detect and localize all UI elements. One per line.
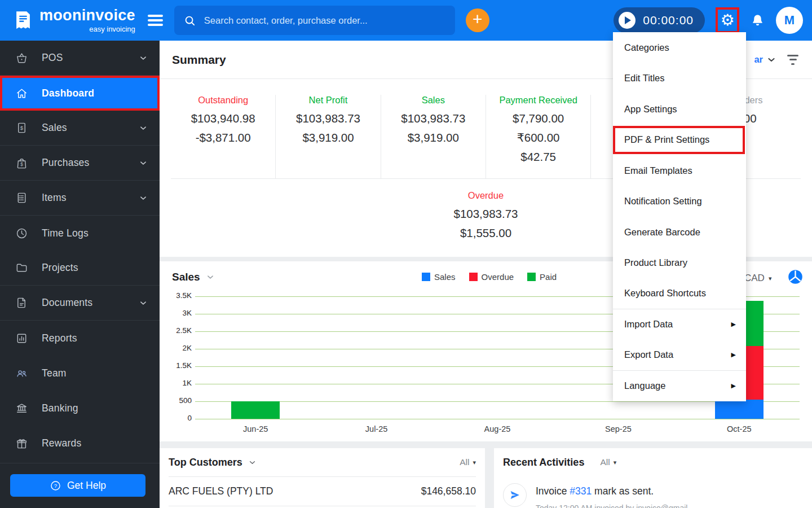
menu-item-generate-barcode[interactable]: Generate Barcode — [613, 217, 746, 248]
moon-invoice-dashboard: mooninvoice easy invoicing + 00:00:00 ⚙ — [0, 0, 812, 508]
sidebar-item-label: Items — [42, 192, 138, 204]
customer-row[interactable]: ARC FUELS (PTY) LTD$146,658.10 — [169, 477, 476, 506]
y-axis-tick: 1K — [162, 379, 192, 387]
global-search — [174, 6, 455, 35]
search-input[interactable] — [203, 15, 446, 27]
y-axis-tick: 3.5K — [162, 291, 192, 300]
legend-label: Paid — [540, 272, 557, 282]
timer-widget[interactable]: 00:00:00 — [614, 7, 705, 33]
sidebar-item-items[interactable]: Items — [0, 181, 160, 216]
menu-item-label: Product Library — [624, 257, 687, 268]
pie-chart-toggle-button[interactable] — [787, 268, 804, 286]
menu-item-label: App Settings — [624, 104, 677, 115]
sidebar-nav: POSDashboard$Sales$PurchasesItemsTime Lo… — [0, 41, 160, 461]
gridline — [195, 419, 800, 419]
sales-doc-icon: $ — [15, 121, 28, 135]
brand-tagline: easy invoicing — [39, 25, 135, 33]
legend-label: Overdue — [482, 272, 514, 282]
sidebar-item-sales[interactable]: $Sales — [0, 111, 160, 146]
y-axis-tick: 1.5K — [162, 361, 192, 370]
home-icon — [15, 86, 28, 100]
chevron-down-icon[interactable] — [248, 458, 257, 467]
menu-item-categories[interactable]: Categories — [613, 32, 746, 63]
stat-label: Payment Received — [488, 95, 588, 106]
settings-annotation-box: ⚙ — [716, 7, 739, 33]
customer-amount: $146,658.10 — [421, 485, 476, 497]
recent-activities-panel: Recent Activities All ▾ Invoice #331 mar… — [494, 448, 812, 508]
settings-dropdown-menu: CategoriesEdit TitlesApp SettingsPDF & P… — [613, 32, 746, 401]
menu-item-edit-titles[interactable]: Edit Titles — [613, 63, 746, 94]
menu-item-label: Notification Setting — [624, 196, 702, 207]
sidebar-item-reports[interactable]: Reports — [0, 321, 160, 356]
menu-item-app-settings[interactable]: App Settings — [613, 94, 746, 125]
top-customers-filter[interactable]: All ▾ — [460, 457, 476, 467]
chart-legend: SalesOverduePaid — [422, 272, 557, 282]
menu-item-import-data[interactable]: Import Data▶ — [613, 309, 746, 340]
brand-logo[interactable]: mooninvoice easy invoicing — [12, 8, 135, 33]
get-help-button[interactable]: ? Get Help — [10, 474, 145, 497]
sidebar-item-banking[interactable]: Banking — [0, 391, 160, 426]
sidebar-item-pos[interactable]: POS — [0, 41, 160, 76]
sidebar-item-projects[interactable]: Projects — [0, 251, 160, 286]
menu-item-product-library[interactable]: Product Library — [613, 248, 746, 279]
recent-activities-title: Recent Activities — [503, 457, 584, 468]
activity-item: Invoice #331 mark as sent.Today 12:00 AM… — [494, 476, 812, 508]
stat-label: Sales — [383, 95, 483, 106]
user-avatar[interactable]: M — [776, 7, 803, 34]
chevron-down-icon — [766, 54, 777, 65]
chart-type-selector[interactable]: Sales — [172, 271, 215, 283]
activity-meta: Today 12:00 AM invoiced by invoice@gmail — [536, 503, 687, 508]
sidebar-item-dashboard[interactable]: Dashboard — [0, 76, 160, 111]
submenu-arrow-icon: ▶ — [731, 351, 736, 358]
notifications-button[interactable] — [750, 13, 765, 28]
legend-item-sales[interactable]: Sales — [422, 272, 456, 282]
menu-item-label: Categories — [624, 42, 669, 53]
activity-text: Invoice #331 mark as sent. — [536, 483, 687, 497]
sidebar-item-rewards[interactable]: Rewards — [0, 426, 160, 461]
sidebar-item-documents[interactable]: Documents — [0, 286, 160, 321]
page-title: Summary — [172, 53, 226, 67]
svg-text:$: $ — [20, 162, 23, 167]
help-icon: ? — [50, 480, 61, 492]
legend-item-paid[interactable]: Paid — [527, 272, 557, 282]
sidebar-item-team[interactable]: Team — [0, 356, 160, 391]
submenu-arrow-icon: ▶ — [731, 321, 736, 328]
stat-value: ₹600.00 — [488, 128, 588, 147]
stat-sales: Sales$103,983.73$3,919.00 — [381, 95, 486, 178]
legend-item-overdue[interactable]: Overdue — [469, 272, 514, 282]
sidebar: POSDashboard$Sales$PurchasesItemsTime Lo… — [0, 41, 160, 508]
play-icon[interactable] — [619, 12, 636, 29]
stat-value: $3,919.00 — [383, 128, 483, 147]
menu-item-email-templates[interactable]: Email Templates — [613, 155, 746, 186]
plus-icon: + — [473, 11, 483, 28]
submenu-arrow-icon: ▶ — [731, 382, 736, 389]
menu-item-language[interactable]: Language▶ — [613, 371, 746, 402]
x-axis-label: Aug-25 — [437, 424, 558, 433]
shopping-bag-icon: $ — [15, 156, 28, 170]
legend-swatch — [469, 273, 478, 281]
menu-item-pdf-print-settings[interactable]: PDF & Print Settings — [613, 125, 746, 156]
menu-item-label: Email Templates — [624, 165, 692, 176]
hamburger-menu-icon[interactable] — [144, 9, 166, 32]
gift-icon — [15, 436, 28, 450]
sidebar-item-time-logs[interactable]: Time Logs — [0, 216, 160, 251]
menu-item-notification-setting[interactable]: Notification Setting — [613, 186, 746, 217]
stat-value: $3,919.00 — [278, 128, 378, 147]
currency-selector[interactable]: CAD ▾ — [744, 273, 771, 284]
recent-activities-filter[interactable]: All ▾ — [600, 457, 616, 467]
gear-icon[interactable]: ⚙ — [720, 12, 734, 28]
sidebar-item-label: Documents — [42, 297, 138, 309]
menu-item-label: Keyboard Shortcuts — [624, 288, 706, 299]
sidebar-item-label: Dashboard — [42, 87, 147, 99]
top-customers-title: Top Customers — [169, 457, 257, 468]
menu-item-keyboard-shortcuts[interactable]: Keyboard Shortcuts — [613, 278, 746, 309]
invoice-link[interactable]: #331 — [570, 485, 592, 497]
filter-icon[interactable] — [785, 52, 801, 67]
chevron-down-icon — [138, 158, 149, 168]
menu-item-export-data[interactable]: Export Data▶ — [613, 340, 746, 371]
sidebar-item-purchases[interactable]: $Purchases — [0, 146, 160, 181]
period-selector[interactable]: ar — [754, 54, 777, 65]
customer-name: ARC FUELS (PTY) LTD — [169, 485, 273, 497]
folder-icon — [15, 261, 28, 275]
add-new-button[interactable]: + — [466, 8, 489, 32]
